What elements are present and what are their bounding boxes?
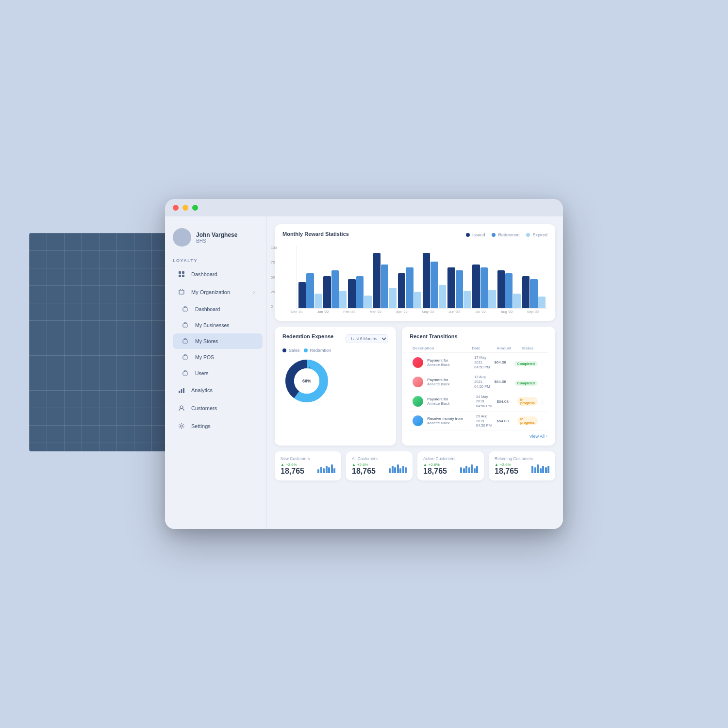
- bar-expired: [513, 294, 520, 308]
- stat-title: Retaining Customers: [495, 456, 549, 461]
- row-title: Receive money from: [427, 416, 474, 421]
- bar: [326, 466, 328, 473]
- maximize-button[interactable]: [192, 205, 198, 211]
- view-all-button[interactable]: View All ›: [410, 434, 547, 439]
- x-label: Dec '21: [284, 310, 309, 314]
- bar-expired: [314, 294, 322, 308]
- bar: [534, 467, 536, 473]
- section-label: LOYALTY: [165, 254, 266, 265]
- change-value: +2.6%: [429, 463, 440, 467]
- row-name: Annette Black: [427, 363, 472, 367]
- middle-row: Redemtion Expense Last 6 Months Last 3 M…: [275, 327, 555, 446]
- status-badge: In progress: [517, 416, 538, 425]
- customers-icon: [177, 403, 186, 413]
- sidebar-item-customers[interactable]: Customers: [169, 399, 263, 417]
- sidebar-item-sub-dashboard[interactable]: Dashboard: [173, 301, 263, 317]
- sidebar-item-my-businesses[interactable]: My Businesses: [173, 317, 263, 333]
- stat-bars: [317, 463, 335, 473]
- bar: [540, 468, 542, 473]
- legend-issued: Issued: [466, 232, 485, 237]
- users-icon: [181, 368, 190, 378]
- chart-container: 100 75 50 25 0: [282, 246, 547, 309]
- bar-expired: [414, 292, 421, 308]
- expired-label: Expired: [532, 232, 547, 237]
- more-icon[interactable]: ⋮: [540, 379, 545, 384]
- main-content: Monthly Reward Statistics Issued Redeeme…: [267, 216, 563, 529]
- pos-icon: [181, 352, 190, 362]
- table-row: Payment for Annette Black 13 Aug 202104:…: [410, 372, 547, 392]
- sales-legend: Sales: [282, 348, 300, 353]
- bar: [542, 466, 544, 473]
- bar-issued: [472, 265, 480, 308]
- row-description: Payment for Annette Black: [427, 378, 472, 386]
- bar: [331, 464, 333, 473]
- browser-titlebar: [165, 199, 563, 216]
- x-label: Feb '22: [337, 310, 362, 314]
- sub-dashboard-icon: [181, 304, 190, 314]
- chart-title: Monthly Reward Statistics: [282, 231, 349, 237]
- bar-issued: [348, 279, 355, 308]
- status-badge: In progress: [517, 397, 538, 406]
- row-avatar: [413, 396, 423, 407]
- transitions-title: Recent Transitions: [410, 333, 547, 339]
- svg-rect-3: [182, 275, 184, 277]
- sidebar-item-analytics[interactable]: Analytics: [169, 381, 263, 399]
- table-row: Payment for Annette Black 17 May 202104:…: [410, 353, 547, 372]
- stat-title: New Customers: [281, 456, 335, 461]
- bar: [476, 466, 478, 473]
- more-icon[interactable]: ⋮: [540, 399, 545, 404]
- y-label-0: 0: [271, 304, 277, 309]
- minimize-button[interactable]: [182, 205, 188, 211]
- stat-change: ▲ +2.6%: [495, 463, 518, 467]
- bar-issued: [522, 276, 529, 308]
- sidebar-item-users[interactable]: Users: [173, 365, 263, 381]
- row-date: 24 May 201904:50 PM: [476, 395, 495, 409]
- row-date: 29 Aug 201904:50 PM: [476, 414, 495, 428]
- row-status: In progress: [517, 397, 538, 406]
- sidebar-item-my-pos[interactable]: My POS: [173, 349, 263, 365]
- stat-bars: [389, 463, 407, 473]
- bar-expired: [463, 291, 471, 308]
- bar-group: [323, 270, 347, 308]
- up-arrow-icon: ▲: [423, 463, 427, 467]
- up-arrow-icon: ▲: [281, 463, 284, 467]
- bar-redeemed: [306, 273, 314, 308]
- svg-rect-7: [183, 340, 187, 343]
- x-label: Aug '22: [495, 310, 519, 314]
- bar-expired: [488, 290, 496, 308]
- sidebar-item-settings[interactable]: Settings: [169, 417, 263, 435]
- bar-redeemed: [381, 265, 388, 308]
- bar-expired: [538, 297, 546, 308]
- redeemed-label: Redeemed: [498, 232, 519, 237]
- redeemed-dot: [492, 233, 496, 237]
- th-description: Description: [413, 346, 470, 350]
- bar-group: [373, 253, 397, 308]
- more-icon[interactable]: ⋮: [540, 360, 545, 365]
- th-amount: Amount: [497, 346, 520, 350]
- x-axis-labels: Dec '21Jan '22Feb '22Mar '22Apr '22May '…: [282, 310, 547, 314]
- stat-title: Active Customers: [423, 456, 478, 461]
- pos-label: My POS: [195, 354, 214, 360]
- bar-expired: [364, 296, 371, 308]
- organization-icon: [177, 287, 186, 297]
- redemtion-legend: Redemtion: [304, 348, 331, 353]
- more-icon[interactable]: ⋮: [540, 418, 545, 424]
- browser-window: John Varghese BHS LOYALTY: [165, 199, 563, 529]
- stat-value: 18,765: [495, 467, 518, 476]
- analytics-icon: [177, 385, 186, 395]
- row-amount: $64.08: [496, 399, 515, 404]
- sub-navigation: Dashboard My Businesses: [165, 301, 266, 381]
- legend-redeemed: Redeemed: [492, 232, 519, 237]
- donut-wrapper: 60%: [282, 357, 331, 405]
- redemption-card: Redemtion Expense Last 6 Months Last 3 M…: [275, 327, 396, 446]
- redemption-header: Redemtion Expense Last 6 Months Last 3 M…: [282, 333, 388, 344]
- sidebar-item-my-stores[interactable]: My Stores: [173, 333, 263, 349]
- businesses-icon: [181, 320, 190, 330]
- period-select[interactable]: Last 6 Months Last 3 Months Last Year: [346, 334, 388, 343]
- y-axis-labels: 100 75 50 25 0: [271, 246, 277, 309]
- sidebar-item-my-organization[interactable]: My Organization ›: [169, 283, 263, 301]
- bar: [402, 466, 404, 473]
- close-button[interactable]: [173, 205, 179, 211]
- sidebar-item-dashboard[interactable]: Dashboard: [169, 265, 263, 283]
- table-row: Payment for Annette Black 24 May 201904:…: [410, 392, 547, 412]
